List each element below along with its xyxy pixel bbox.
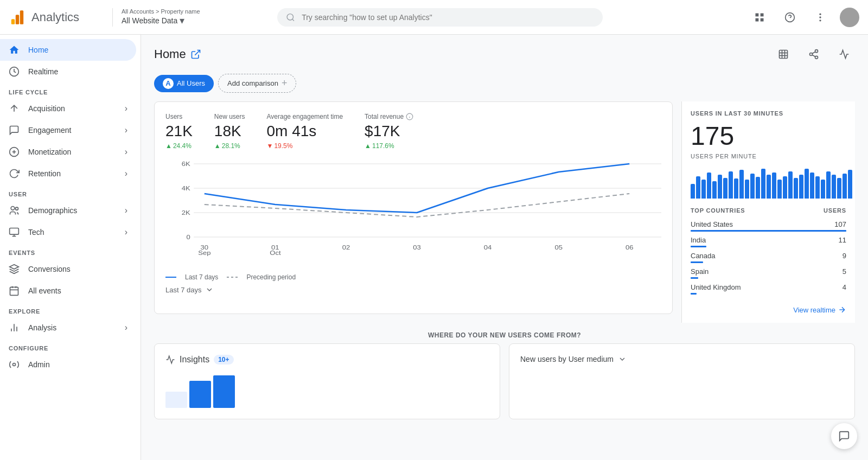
countries-list: United States 107 India 11 Canada 9 Spai… [691, 218, 846, 297]
sidebar-section-explore: EXPLORE [0, 302, 141, 317]
customize-report-button[interactable] [773, 43, 794, 65]
line-chart: 6K 4K 2K 0 30 Sep 01 Oct 02 03 04 05 06 [165, 158, 661, 256]
country-row: United States 107 [691, 218, 846, 234]
engagement-value: 0m 41s [267, 123, 343, 140]
acquisition-label: Acquisition [28, 104, 65, 113]
mini-bar-chart [691, 166, 846, 199]
sidebar-item-monetization[interactable]: Monetization › [0, 141, 136, 163]
add-comparison-pill[interactable]: Add comparison + [218, 74, 296, 93]
svg-rect-4 [755, 13, 758, 16]
chart-period-selector[interactable]: Last 7 days [165, 285, 661, 294]
all-events-icon [9, 285, 20, 296]
country-count: 11 [839, 236, 846, 244]
sidebar-item-acquisition[interactable]: Acquisition › [0, 98, 136, 119]
stat-new-users: New users 18K ▲ 28.1% [214, 113, 245, 150]
mini-bar-item [718, 175, 722, 199]
property-name: All Website Data [122, 16, 177, 25]
engagement-icon [9, 125, 20, 136]
breadcrumb-bottom[interactable]: All Website Data ▾ [122, 15, 200, 27]
svg-point-3 [287, 14, 293, 20]
mini-bar-item [815, 176, 820, 199]
page-title: Home [154, 47, 201, 61]
mini-bar-item [750, 174, 755, 199]
svg-point-17 [11, 207, 15, 210]
feedback-button[interactable] [831, 423, 857, 449]
country-count: 107 [834, 220, 846, 228]
new-users-medium-label: New users by User medium [520, 355, 614, 363]
help-button[interactable] [779, 7, 801, 28]
insights-label: Insights [180, 355, 209, 365]
view-realtime-button[interactable]: View realtime [691, 305, 846, 314]
svg-point-38 [810, 53, 813, 56]
period-label: Last 7 days [165, 286, 202, 294]
svg-text:2K: 2K [182, 210, 190, 216]
search-bar[interactable] [277, 8, 603, 27]
insights-button[interactable] [833, 43, 855, 65]
mini-bar-item [691, 184, 695, 199]
home-link-icon[interactable] [190, 49, 201, 60]
retention-label: Retention [28, 169, 61, 178]
svg-point-37 [815, 50, 818, 53]
stat-engagement: Average engagement time 0m 41s ▼ 19.5% [267, 113, 343, 150]
sidebar-item-admin[interactable]: Admin [0, 354, 136, 375]
share-button[interactable] [803, 43, 825, 65]
svg-point-11 [819, 16, 821, 18]
all-users-pill[interactable]: A All Users [154, 75, 214, 92]
mini-bar-item [767, 175, 771, 199]
svg-rect-23 [10, 287, 18, 295]
sidebar-section-lifecycle: LIFE CYCLE [0, 82, 141, 98]
page-header-actions [773, 43, 855, 65]
country-name: United States [691, 220, 733, 228]
svg-text:03: 03 [413, 245, 421, 251]
sidebar-item-engagement[interactable]: Engagement › [0, 119, 136, 141]
sidebar-item-conversions[interactable]: Conversions [0, 258, 136, 280]
sidebar-item-tech[interactable]: Tech › [0, 221, 136, 243]
country-name: United Kingdom [691, 283, 741, 291]
svg-point-10 [819, 13, 821, 15]
mini-bar-item [810, 173, 814, 199]
tech-label: Tech [28, 228, 44, 237]
revenue-label: Total revenue [365, 113, 404, 120]
admin-label: Admin [28, 360, 50, 369]
stats-chart-card: Users 21K ▲ 24.4% New users 18K ▲ 28.1% … [154, 101, 673, 314]
sidebar-item-realtime[interactable]: Realtime [0, 61, 136, 82]
sidebar: Home Realtime LIFE CYCLE Acquisition › E… [0, 35, 141, 460]
mini-bar-item [772, 173, 776, 199]
users-change: ▲ 24.4% [165, 142, 193, 150]
svg-rect-6 [755, 18, 758, 21]
sidebar-item-home[interactable]: Home [0, 39, 136, 61]
mini-bar-item [799, 175, 803, 199]
mini-bar-item [745, 180, 749, 199]
svg-text:04: 04 [484, 245, 492, 251]
engagement-label: Average engagement time [267, 113, 343, 120]
sidebar-item-retention[interactable]: Retention › [0, 163, 136, 184]
sidebar-item-all-events[interactable]: All events [0, 280, 136, 302]
svg-line-40 [812, 55, 815, 56]
svg-point-18 [16, 207, 18, 210]
more-icon [815, 12, 826, 23]
svg-point-12 [819, 20, 821, 21]
search-input[interactable] [302, 13, 594, 22]
country-name: India [691, 236, 706, 244]
svg-rect-1 [16, 15, 19, 24]
svg-point-30 [13, 363, 16, 366]
sidebar-section-events: EVENTS [0, 243, 141, 258]
share-icon [808, 49, 819, 60]
avatar[interactable] [840, 8, 859, 27]
header-actions [749, 7, 859, 28]
expand-icon: › [125, 147, 127, 157]
sidebar-item-analysis[interactable]: Analysis › [0, 317, 136, 338]
mini-bar-item [794, 178, 798, 199]
country-row: India 11 [691, 234, 846, 250]
grid-button[interactable] [749, 7, 770, 28]
dropdown-chevron-icon[interactable] [618, 355, 627, 363]
svg-text:Sep: Sep [198, 250, 210, 256]
acquisition-icon [9, 103, 20, 114]
revenue-change: ▲ 117.6% [365, 142, 413, 150]
revenue-help-icon[interactable] [406, 113, 413, 120]
new-users-change: ▲ 28.1% [214, 142, 245, 150]
more-button[interactable] [809, 7, 831, 28]
country-row: United Kingdom 4 [691, 281, 846, 297]
analytics-logo-icon [9, 9, 26, 26]
sidebar-item-demographics[interactable]: Demographics › [0, 200, 136, 221]
